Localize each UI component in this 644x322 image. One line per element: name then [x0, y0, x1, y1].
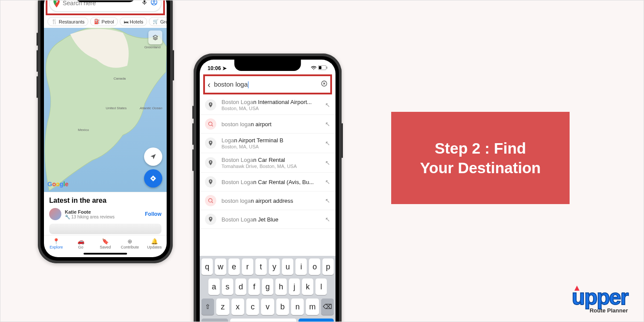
clear-icon[interactable] [321, 80, 328, 89]
fuel-icon: ⛽ [94, 19, 100, 24]
numbers-key[interactable]: 123 [201, 319, 228, 322]
key-u[interactable]: u [282, 258, 293, 275]
suggestion-item[interactable]: Boston Logan Jet Blue↖ [200, 210, 335, 229]
search-query: boston loga [214, 80, 317, 88]
key-x[interactable]: x [231, 299, 244, 315]
key-i[interactable]: i [295, 258, 307, 275]
location-arrow-icon: ➤ [222, 65, 227, 71]
bookmark-icon: 🔖 [101, 238, 109, 244]
key-s[interactable]: s [222, 278, 233, 295]
insert-arrow-icon[interactable]: ↖ [325, 197, 330, 204]
key-z[interactable]: z [216, 299, 229, 315]
key-o[interactable]: o [309, 258, 320, 275]
brand-logo: upper [572, 285, 628, 310]
nav-saved[interactable]: 🔖Saved [93, 238, 117, 249]
key-y[interactable]: y [269, 258, 280, 275]
search-field[interactable]: ‹ boston loga [205, 76, 330, 93]
key-k[interactable]: k [302, 278, 313, 295]
key-a[interactable]: a [208, 278, 220, 295]
insert-arrow-icon[interactable]: ↖ [325, 101, 330, 108]
brand-logo-block: upper Route Planner [572, 285, 628, 314]
follow-button[interactable]: Follow [145, 211, 161, 217]
insert-arrow-icon[interactable]: ↖ [325, 178, 330, 185]
suggestion-item[interactable]: Boston Logan Car RentalTomahawk Drive, B… [200, 153, 335, 173]
pin-icon [205, 214, 216, 225]
keyboard-row-1: qwertyuiop [201, 258, 334, 275]
key-h[interactable]: h [275, 278, 287, 295]
fork-knife-icon: 🍴 [51, 19, 57, 24]
keyboard-row-2: asdfghjkl [201, 278, 334, 295]
home-indicator[interactable] [84, 253, 127, 255]
layers-button[interactable] [148, 30, 162, 44]
backspace-key[interactable]: ⌫ [321, 299, 334, 315]
mic-icon[interactable] [141, 0, 148, 7]
key-d[interactable]: d [235, 278, 247, 295]
key-j[interactable]: j [289, 278, 300, 295]
svg-rect-5 [326, 67, 327, 69]
suggestion-item[interactable]: Boston Logan International Airport...Bos… [200, 95, 335, 115]
keyboard-row-3: ⇧ zxcvbnm ⌫ [201, 299, 334, 315]
post-thumbnail[interactable] [49, 224, 161, 234]
suggestion-text: Boston Logan Car RentalTomahawk Drive, B… [221, 157, 320, 169]
volume-down [192, 149, 194, 171]
map-label-mexico: Mexico [78, 128, 89, 132]
key-n[interactable]: n [291, 299, 304, 315]
battery-icon [318, 65, 328, 71]
profile-icon[interactable] [151, 0, 158, 7]
map-label-greenland: Greenland [144, 45, 161, 49]
suggestion-text: Boston Logan Car Rental (Avis, Bu... [221, 179, 320, 185]
insert-arrow-icon[interactable]: ↖ [325, 159, 330, 166]
shift-key[interactable]: ⇧ [201, 299, 214, 315]
pin-icon [205, 99, 216, 111]
search-key[interactable]: search [299, 319, 334, 322]
key-t[interactable]: t [255, 258, 267, 275]
nav-contribute[interactable]: ⊕Contribute [117, 238, 142, 249]
svg-point-7 [208, 122, 212, 125]
pin-icon [205, 157, 216, 168]
key-p[interactable]: p [322, 258, 334, 275]
insert-arrow-icon[interactable]: ↖ [325, 140, 330, 147]
cart-icon: 🛒 [153, 19, 159, 24]
insert-arrow-icon[interactable]: ↖ [325, 121, 330, 127]
power-button [173, 50, 174, 80]
key-c[interactable]: c [246, 299, 259, 315]
suggestion-item[interactable]: Boston Logan Car Rental (Avis, Bu...↖ [200, 173, 335, 191]
key-r[interactable]: r [242, 258, 253, 275]
nav-explore[interactable]: 📍Explore [44, 238, 68, 249]
keyboard: qwertyuiop asdfghjkl ⇧ zxcvbnm ⌫ 123 spa… [200, 256, 335, 322]
back-icon[interactable]: ‹ [208, 80, 211, 90]
map-label-us: United States [106, 106, 127, 110]
map-view[interactable]: Greenland Canada United States Mexico At… [44, 28, 167, 192]
locate-button[interactable] [144, 148, 162, 166]
text-caret [248, 81, 248, 88]
chip-restaurants[interactable]: 🍴Restaurants [47, 17, 88, 26]
key-w[interactable]: w [215, 258, 226, 275]
suggestion-item[interactable]: Logan Airport Terminal BBoston, MA, USA↖ [200, 134, 335, 153]
volume-up [192, 123, 194, 145]
directions-button[interactable] [144, 169, 162, 188]
key-b[interactable]: b [276, 299, 289, 315]
wifi-icon [311, 65, 317, 72]
suggestion-text: Logan Airport Terminal BBoston, MA, USA [221, 137, 320, 149]
search-icon [205, 195, 216, 206]
suggestion-item[interactable]: boston logan airport↖ [200, 115, 335, 134]
nav-go[interactable]: 🚗Go [68, 238, 93, 249]
chip-groceries[interactable]: 🛒Gro [149, 17, 167, 26]
user-card[interactable]: Katie Foote 🔧 13 hiking area reviews Fol… [49, 208, 161, 220]
phone-2-frame: 10:06 ➤ ‹ boston loga Boston Logan Inter… [194, 54, 342, 322]
chip-hotels[interactable]: 🛏Hotels [120, 17, 147, 26]
user-name: Katie Foote [65, 209, 141, 215]
key-q[interactable]: q [201, 258, 213, 275]
chip-petrol[interactable]: ⛽Petrol [90, 17, 118, 26]
nav-updates[interactable]: 🔔Updates [142, 238, 167, 249]
key-v[interactable]: v [261, 299, 274, 315]
phone-1-screen: Search here 🍴Restaurants ⛽Petrol 🛏Hotels… [44, 0, 167, 257]
key-f[interactable]: f [248, 278, 260, 295]
key-m[interactable]: m [306, 299, 319, 315]
suggestion-item[interactable]: boston logan airport address↖ [200, 191, 335, 210]
space-key[interactable]: space [230, 319, 296, 322]
key-g[interactable]: g [262, 278, 273, 295]
key-e[interactable]: e [228, 258, 240, 275]
insert-arrow-icon[interactable]: ↖ [325, 216, 330, 223]
key-l[interactable]: l [315, 278, 327, 295]
